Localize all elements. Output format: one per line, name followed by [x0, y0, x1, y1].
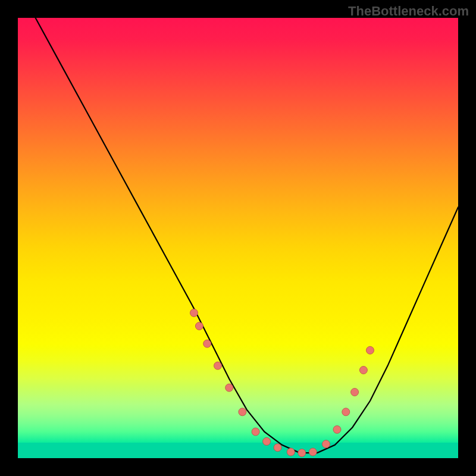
data-dot [239, 408, 246, 416]
data-dot [226, 384, 233, 392]
data-dot [359, 367, 367, 374]
data-dot [309, 448, 317, 456]
data-dot [214, 362, 222, 369]
chart-plot-area [18, 18, 458, 458]
data-dot [190, 309, 198, 317]
data-dot [342, 408, 350, 416]
data-dot [203, 340, 211, 347]
chart-svg [18, 18, 458, 458]
data-dot [263, 437, 271, 445]
watermark-text: TheBottleneck.com [348, 4, 469, 19]
data-dot [252, 428, 259, 436]
data-dot [195, 322, 203, 330]
data-dots-group [190, 309, 374, 456]
data-dot [287, 448, 295, 456]
data-dot [322, 440, 330, 448]
data-dot [333, 425, 341, 433]
data-dot [351, 389, 359, 396]
bottleneck-curve [36, 18, 458, 453]
data-dot [274, 444, 281, 452]
data-dot [367, 346, 374, 354]
data-dot [298, 449, 306, 457]
